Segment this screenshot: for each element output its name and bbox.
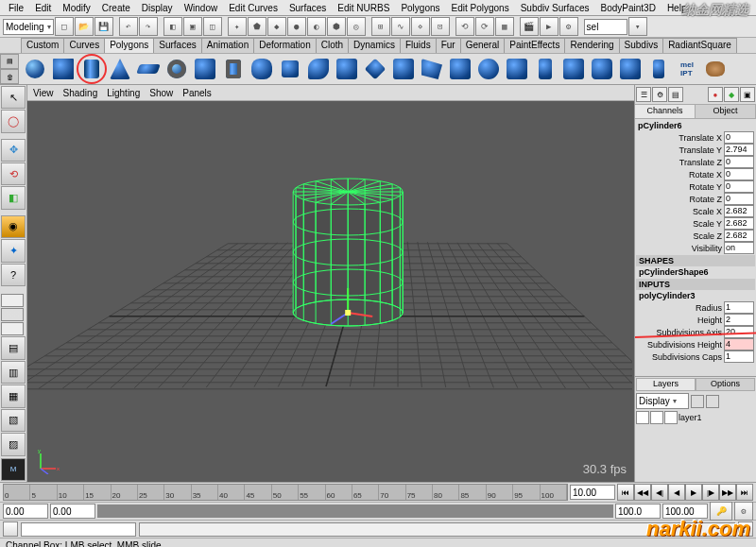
time-track[interactable]: 0510152025303540455055606570758085909510… [3, 484, 568, 501]
save-scene-button[interactable]: 💾 [94, 17, 113, 36]
menu-surfaces[interactable]: Surfaces [284, 2, 332, 14]
input-value[interactable]: 1 [724, 301, 754, 314]
poly-tool-button[interactable] [447, 56, 473, 82]
input-value[interactable]: 2 [724, 314, 754, 326]
quick-select-toggle[interactable]: ▾ [628, 17, 647, 36]
vp-menu-view[interactable]: View [33, 88, 54, 98]
input-node-name[interactable]: polyCylinder3 [636, 290, 755, 301]
layer-name[interactable]: layer1 [679, 413, 702, 422]
mask-button[interactable]: ✦ [228, 17, 247, 36]
mask-button[interactable]: ◎ [347, 17, 366, 36]
input-value[interactable]: 1 [724, 350, 754, 363]
mask-button[interactable]: ◆ [267, 17, 286, 36]
shelf-tab-painteffects[interactable]: PaintEffects [504, 38, 565, 53]
channels-tab[interactable]: Channels [635, 105, 696, 118]
mel-button[interactable]: melIPT [674, 56, 700, 82]
history-button[interactable]: ⟲ [455, 17, 474, 36]
snap-view-button[interactable]: ⊡ [431, 17, 450, 36]
input-value[interactable]: 20 [724, 326, 754, 338]
move-tool[interactable]: ✥ [1, 139, 26, 162]
shelf-tab-rendering[interactable]: Rendering [564, 38, 619, 53]
last-tool[interactable]: ? [1, 264, 26, 286]
poly-tool-button[interactable] [390, 56, 417, 82]
step-forward-button[interactable]: |▶ [702, 484, 719, 501]
layout-preset[interactable]: ▦ [1, 385, 26, 407]
channel-box-icon[interactable]: ▤ [668, 87, 683, 102]
range-end-field[interactable]: 100.0 [615, 504, 661, 519]
menu-polygons[interactable]: Polygons [395, 2, 445, 14]
open-scene-button[interactable]: 📂 [75, 17, 94, 36]
auto-key-button[interactable]: 🔑 [710, 502, 732, 521]
mel-toggle[interactable] [3, 521, 18, 537]
shape-name[interactable]: pCylinderShape6 [636, 266, 755, 278]
poly-cone-button[interactable] [107, 56, 133, 82]
mask-button[interactable]: ◐ [307, 17, 326, 36]
attribute-editor-icon[interactable]: ☰ [636, 87, 651, 102]
play-back-button[interactable]: ◀ [668, 484, 685, 501]
menu-help[interactable]: Help [662, 2, 693, 14]
poly-prism-button[interactable] [192, 56, 218, 82]
shelf-tab-animation[interactable]: Animation [201, 38, 254, 53]
anim-start-field[interactable]: 0.00 [3, 504, 48, 519]
show-icon[interactable]: ◆ [724, 87, 739, 102]
perspective-viewport[interactable]: 30.3 fps y x [27, 101, 634, 482]
vp-menu-lighting[interactable]: Lighting [107, 88, 140, 98]
lasso-tool[interactable]: ◯ [1, 110, 26, 132]
poly-tool-button[interactable] [532, 56, 558, 82]
select-object-button[interactable]: ▣ [183, 17, 202, 36]
mask-button[interactable]: ⬟ [248, 17, 266, 36]
mask-button[interactable]: ● [287, 17, 306, 36]
poly-tool-button[interactable] [504, 56, 530, 82]
object-tab[interactable]: Object [696, 105, 756, 118]
poly-tool-button[interactable] [277, 56, 303, 82]
input-value[interactable]: 4 [724, 338, 754, 350]
shelf-tab-dynamics[interactable]: Dynamics [348, 38, 401, 53]
poly-sphere-button[interactable] [22, 56, 48, 82]
menu-edit-curves[interactable]: Edit Curves [223, 2, 284, 14]
show-icon[interactable]: ● [708, 87, 723, 102]
history-button[interactable]: ▦ [495, 17, 514, 36]
menu-file[interactable]: File [3, 2, 29, 14]
layer-visibility-toggle[interactable] [636, 411, 649, 424]
range-track[interactable] [97, 504, 613, 518]
step-forward-key-button[interactable]: ▶▶ [719, 484, 736, 501]
shelf-tab-deformation[interactable]: Deformation [253, 38, 316, 53]
command-input[interactable] [21, 522, 136, 537]
shelf-tab-curves[interactable]: Curves [63, 38, 105, 53]
display-dropdown[interactable]: Display [636, 393, 689, 409]
poly-tool-button[interactable] [589, 56, 615, 82]
shelf-tab-radiantsquare[interactable]: RadiantSquare [662, 38, 737, 53]
current-frame-field[interactable]: 10.00 [570, 485, 615, 500]
channel-value[interactable]: 0 [724, 168, 754, 180]
layer-color-swatch[interactable] [664, 411, 678, 424]
channel-value[interactable]: 0 [724, 180, 754, 193]
go-to-start-button[interactable]: ⏮ [617, 484, 634, 501]
channel-value[interactable]: on [724, 242, 754, 254]
four-pane-layout[interactable] [1, 308, 24, 321]
anim-end-field[interactable]: 100.00 [662, 504, 708, 519]
layer-row[interactable]: layer1 [636, 411, 755, 424]
poly-torus-button[interactable] [163, 56, 190, 82]
step-back-button[interactable]: ◀| [651, 484, 668, 501]
render-globals-button[interactable]: ⚙ [559, 17, 578, 36]
menu-edit[interactable]: Edit [29, 2, 57, 14]
step-back-key-button[interactable]: ◀◀ [634, 484, 651, 501]
shelf-tab-surfaces[interactable]: Surfaces [153, 38, 201, 53]
undo-button[interactable]: ↶ [119, 17, 138, 36]
channel-value[interactable]: 2.682 [724, 205, 754, 217]
channel-value[interactable]: 0 [724, 156, 754, 168]
new-scene-button[interactable]: □ [55, 17, 74, 36]
poly-cylinder-button[interactable] [78, 56, 105, 82]
mode-selector[interactable]: Modeling [3, 19, 54, 35]
shelf-tab-polygons[interactable]: Polygons [104, 38, 154, 53]
options-tab[interactable]: Options [696, 378, 755, 391]
shelf-tab-subdivs[interactable]: Subdivs [619, 38, 664, 53]
menu-window[interactable]: Window [179, 2, 224, 14]
layout-preset[interactable]: ▥ [1, 361, 26, 384]
show-icon[interactable]: ▣ [740, 87, 755, 102]
quick-select-field[interactable]: sel [584, 19, 627, 35]
layer-type-toggle[interactable] [650, 411, 663, 424]
mask-button[interactable]: ⬢ [327, 17, 346, 36]
history-button[interactable]: ⟳ [475, 17, 494, 36]
shelf-trash-button[interactable]: 🗑 [0, 69, 19, 84]
